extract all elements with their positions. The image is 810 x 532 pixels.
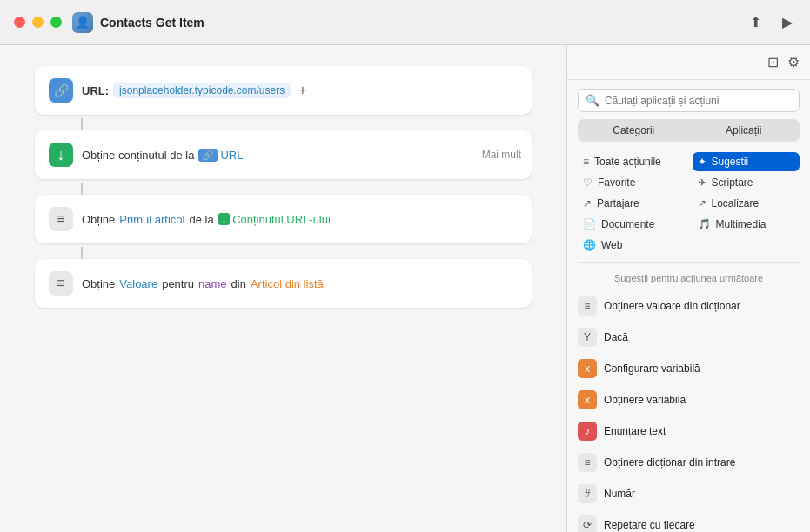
cat-documente[interactable]: 📄 Documente: [578, 215, 686, 234]
cat-multimedia-icon: 🎵: [698, 218, 711, 230]
cat-partajare-icon: ↗: [583, 197, 592, 209]
suggestion-obtinere-valoare[interactable]: ≡ Obținere valoare din dicționar: [567, 290, 810, 322]
cat-toate[interactable]: ≡ Toate acțiunile: [578, 152, 686, 171]
get-first-text2: de la: [189, 213, 213, 226]
cat-web-label: Web: [601, 239, 622, 251]
titlebar: 👤 Contacts Get Item ⬆ ▶: [0, 0, 810, 45]
divider: [578, 262, 800, 263]
right-panel-header: ⊡ ⚙: [567, 45, 810, 80]
suggestion-configurare-variabila[interactable]: x Configurare variabilă: [567, 353, 810, 384]
titlebar-actions: ⬆ ▶: [746, 10, 796, 34]
sug-label-obtinere-valoare: Obținere valoare din dicționar: [604, 300, 740, 312]
panel-icon-btn-1[interactable]: ⊡: [767, 54, 779, 70]
fetch-more-label: Mai mult: [482, 149, 521, 161]
suggestion-obtinere-variabila[interactable]: x Obținere variabilă: [567, 384, 810, 416]
connector-2: [81, 183, 83, 195]
cat-multimedia[interactable]: 🎵 Multimedia: [693, 215, 800, 234]
panel-icon-btn-2[interactable]: ⚙: [787, 54, 800, 70]
cat-localizare-icon: ↗: [698, 197, 706, 209]
close-button[interactable]: [14, 17, 25, 28]
cat-scriptare-icon: ✈: [698, 176, 706, 189]
sug-label-obtinere-dictionar: Obținere dicționar din intrare: [604, 456, 735, 469]
get-val-text2: pentru: [162, 277, 194, 290]
cat-partajare-label: Partajare: [597, 197, 639, 209]
apps-button[interactable]: Aplicații: [690, 121, 799, 140]
sug-icon-repetare: ⟳: [578, 515, 597, 532]
name-token: name: [198, 277, 227, 290]
get-first-content: Obține Primul articol de la ↓ Conținutul…: [82, 212, 518, 226]
cat-sugestii[interactable]: ✦ Sugestii: [693, 152, 800, 171]
get-first-text1: Obține: [82, 213, 115, 226]
continut-url-token: ↓ Conținutul URL-ului: [218, 212, 331, 226]
cat-web[interactable]: 🌐 Web: [578, 236, 686, 255]
suggestions-section: Sugestii pentru acțiunea următoare ≡ Obț…: [567, 269, 810, 532]
cat-documente-icon: 📄: [583, 218, 596, 230]
cat-favorite[interactable]: ♡ Favorite: [578, 173, 686, 192]
url-label: URL:: [82, 84, 109, 97]
get-first-step[interactable]: ≡ Obține Primul articol de la ↓ Conținut…: [35, 195, 532, 243]
get-val-text1: Obține: [82, 277, 115, 290]
suggestions-title: Sugestii pentru acțiunea următoare: [567, 269, 810, 290]
primul-articol-token: Primul articol: [119, 213, 184, 226]
sug-label-daca: Dacă: [604, 331, 628, 343]
suggestion-numar[interactable]: # Număr: [567, 478, 810, 509]
cat-documente-label: Documente: [601, 218, 654, 230]
share-button[interactable]: ⬆: [746, 10, 765, 34]
cat-toate-label: Toate acțiunile: [594, 156, 661, 168]
connector-1: [81, 118, 83, 130]
cat-multimedia-label: Multimedia: [716, 218, 766, 230]
articol-lista-token: Articol din listă: [251, 277, 324, 290]
window-title: Contacts Get Item: [100, 16, 746, 30]
add-url-button[interactable]: +: [298, 83, 306, 98]
url-step-icon: 🔗: [49, 78, 73, 103]
cat-toate-icon: ≡: [583, 156, 589, 168]
valoare-token: Valoare: [119, 277, 157, 290]
cat-favorite-label: Favorite: [598, 176, 635, 189]
sug-icon-numar: #: [578, 484, 597, 503]
fetch-url-token: 🔗 URL: [198, 148, 243, 162]
sug-label-numar: Număr: [604, 488, 635, 500]
workflow-panel: 🔗 URL: jsonplaceholder.typicode.com/user…: [0, 45, 566, 532]
sug-label-configurare-variabila: Configurare variabilă: [604, 362, 700, 375]
sug-label-repetare: Repetare cu fiecare: [604, 519, 695, 531]
url-value: jsonplaceholder.typicode.com/users: [113, 83, 291, 98]
get-first-step-icon: ≡: [49, 207, 73, 231]
suggestion-obtinere-dictionar[interactable]: ≡ Obținere dicționar din intrare: [567, 447, 810, 478]
right-panel: ⊡ ⚙ 🔍 Categorii Aplicații ≡ Toate acțiun…: [566, 45, 810, 532]
maximize-button[interactable]: [50, 17, 62, 28]
suggestion-repetare[interactable]: ⟳ Repetare cu fiecare: [567, 509, 810, 532]
get-value-step-icon: ≡: [49, 271, 73, 296]
fetch-text-1: Obține conținutul de la: [82, 149, 194, 162]
cat-partajare[interactable]: ↗ Partajare: [578, 194, 686, 213]
suggestion-enuntare-text[interactable]: ♪ Enunțare text: [567, 416, 810, 447]
category-toggle: Categorii Aplicații: [578, 119, 800, 142]
sug-icon-enuntare-text: ♪: [578, 422, 597, 441]
sug-icon-daca: Y: [578, 328, 597, 347]
minimize-button[interactable]: [32, 17, 44, 28]
suggestion-daca[interactable]: Y Dacă: [567, 322, 810, 353]
get-value-step[interactable]: ≡ Obține Valoare pentru name din Articol…: [35, 259, 532, 308]
fetch-step-icon: ↓: [49, 143, 73, 167]
categories-button[interactable]: Categorii: [579, 121, 688, 140]
traffic-lights: [14, 17, 62, 28]
cat-localizare[interactable]: ↗ Localizare: [693, 194, 800, 213]
cat-sugestii-label: Sugestii: [712, 156, 749, 168]
cat-scriptare[interactable]: ✈ Scriptare: [693, 173, 800, 192]
sug-label-enuntare-text: Enunțare text: [604, 425, 666, 437]
cat-scriptare-label: Scriptare: [712, 176, 753, 189]
action-categories: ≡ Toate acțiunile ✦ Sugestii ♡ Favorite …: [567, 149, 810, 262]
main-content: 🔗 URL: jsonplaceholder.typicode.com/user…: [0, 45, 810, 532]
url-step[interactable]: 🔗 URL: jsonplaceholder.typicode.com/user…: [35, 66, 532, 115]
get-value-content: Obține Valoare pentru name din Articol d…: [82, 277, 518, 290]
cat-sugestii-icon: ✦: [698, 156, 706, 168]
cat-localizare-label: Localizare: [712, 197, 760, 209]
play-button[interactable]: ▶: [779, 10, 796, 34]
fetch-step[interactable]: ↓ Obține conținutul de la 🔗 URL Mai mult: [35, 130, 532, 179]
search-input[interactable]: [605, 95, 792, 107]
connector-3: [81, 247, 83, 259]
sug-icon-obtinere-dictionar: ≡: [578, 453, 597, 472]
get-val-text3: din: [231, 277, 246, 290]
cat-favorite-icon: ♡: [583, 176, 592, 189]
app-icon: 👤: [72, 12, 93, 33]
cat-web-icon: 🌐: [583, 239, 596, 251]
